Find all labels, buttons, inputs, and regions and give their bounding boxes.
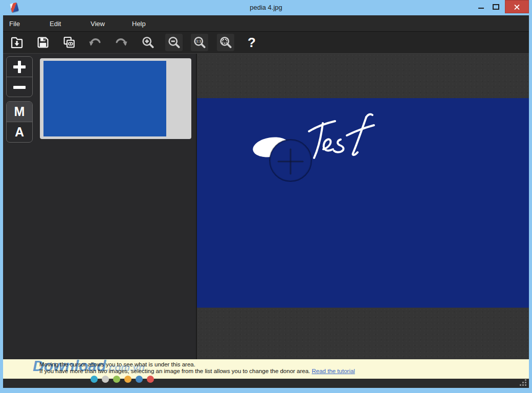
undo-button[interactable]	[86, 34, 104, 51]
status-line2: If you have more than two images, select…	[39, 368, 355, 375]
bottom-strip	[3, 379, 529, 388]
help-icon: ?	[248, 35, 256, 50]
help-button[interactable]: ?	[243, 34, 260, 51]
zoom-one-to-one-icon: 1:1	[192, 35, 207, 50]
watermark-dot	[113, 376, 120, 383]
window-title: pedia 4.jpg	[0, 4, 532, 11]
save-image-button[interactable]	[34, 34, 52, 51]
watermark-dot	[102, 376, 109, 383]
menu-edit[interactable]: Edit	[50, 20, 61, 28]
svg-text:1:1: 1:1	[196, 39, 201, 43]
redo-arrow-icon	[114, 35, 129, 50]
zoom-tool-group	[6, 56, 33, 97]
zoom-out-tool-button[interactable]	[7, 77, 32, 97]
marker-cursor	[270, 140, 312, 181]
watermark-dot	[147, 376, 154, 383]
minus-icon	[13, 86, 26, 89]
zoom-in-button[interactable]	[139, 34, 157, 51]
app-window: pedia 4.jpg File Edit View Help	[0, 0, 532, 393]
thumbnail-image	[43, 61, 166, 136]
minimize-icon	[478, 8, 484, 9]
thumbnail-item-selected[interactable]	[40, 58, 191, 139]
status-hint-text: Moving the cursor allows you to see what…	[39, 361, 355, 375]
close-button[interactable]	[505, 0, 529, 13]
left-panel: M A	[3, 54, 196, 359]
read-tutorial-link[interactable]: Read the tutorial	[312, 368, 355, 374]
menu-file[interactable]: File	[9, 20, 20, 28]
marker-tool-button[interactable]: M	[7, 102, 32, 122]
minimize-button[interactable]	[475, 0, 488, 13]
layers-eye-icon	[61, 35, 77, 50]
status-line1: Moving the cursor allows you to see what…	[39, 361, 355, 368]
watermark-dots	[91, 376, 154, 383]
mode-tool-group: M A	[6, 101, 33, 143]
open-image-button[interactable]	[8, 34, 26, 51]
status-bar: Download.com.vn Moving the cursor allows…	[3, 359, 529, 379]
menu-help[interactable]: Help	[132, 20, 146, 28]
toolbar: 1:1 ? Marker Size 258	[3, 32, 529, 54]
save-floppy-icon	[35, 35, 51, 50]
zoom-in-icon	[140, 35, 156, 50]
zoom-fit-icon	[218, 35, 233, 50]
watermark-dot	[91, 376, 98, 383]
zoom-actual-size-button[interactable]: 1:1	[191, 34, 208, 51]
redo-button[interactable]	[113, 34, 130, 51]
watermark-dot	[136, 376, 143, 383]
zoom-fit-button[interactable]	[217, 34, 234, 51]
zoom-out-icon	[166, 35, 182, 50]
zoom-out-button[interactable]	[165, 34, 183, 51]
resize-grip-icon[interactable]	[525, 384, 526, 386]
arrow-tool-button[interactable]: A	[7, 122, 32, 142]
title-bar: pedia 4.jpg	[0, 0, 532, 15]
canvas-area[interactable]: Test	[197, 54, 529, 359]
menu-view[interactable]: View	[91, 20, 105, 28]
undo-arrow-icon	[87, 35, 103, 50]
maximize-icon	[493, 4, 499, 10]
open-folder-icon	[9, 35, 25, 50]
watermark-dot	[124, 376, 131, 383]
zoom-in-tool-button[interactable]	[7, 57, 32, 77]
menu-bar: File Edit View Help	[3, 15, 529, 32]
edited-image[interactable]: Test	[197, 98, 529, 308]
maximize-button[interactable]	[489, 0, 502, 13]
clone-preview-button[interactable]	[60, 34, 78, 51]
